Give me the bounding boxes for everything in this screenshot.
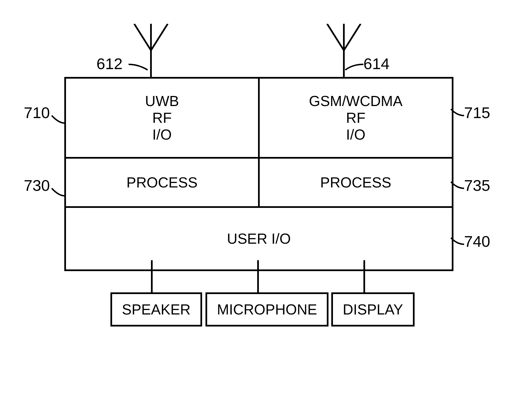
uwb-rf-io-block: UWB RF I/O (66, 79, 260, 157)
gsm-line3: I/O (346, 126, 365, 143)
ref-label-735: 735 (464, 176, 490, 194)
block-diagram: 612 614 UWB RF I/O GSM/WCDMA RF I/O PROC… (0, 0, 532, 418)
svg-line-4 (327, 24, 344, 50)
leader-curve-715 (450, 105, 465, 118)
ref-label-740: 740 (464, 232, 490, 250)
gsm-rf-io-block: GSM/WCDMA RF I/O (260, 79, 452, 157)
uwb-line2: RF (152, 109, 172, 126)
leader-curve-740 (450, 234, 465, 246)
svg-line-1 (134, 24, 151, 50)
row-user-io: USER I/O (66, 208, 452, 269)
display-block: DISPLAY (331, 292, 415, 327)
connector-microphone (257, 260, 259, 292)
ref-label-730: 730 (24, 176, 50, 194)
leader-curve-710 (50, 115, 67, 127)
row-process: PROCESS PROCESS (66, 159, 452, 208)
svg-line-2 (151, 24, 168, 50)
user-io-label: USER I/O (227, 230, 291, 247)
svg-line-5 (344, 24, 361, 50)
process-left-block: PROCESS (66, 159, 260, 206)
main-block: UWB RF I/O GSM/WCDMA RF I/O PROCESS PROC… (64, 77, 453, 271)
microphone-label: MICROPHONE (217, 301, 317, 318)
row-rf-io: UWB RF I/O GSM/WCDMA RF I/O (66, 79, 452, 159)
speaker-block: SPEAKER (110, 292, 202, 327)
leader-curve-612 (129, 60, 151, 74)
process-right-label: PROCESS (320, 174, 391, 191)
user-io-block: USER I/O (66, 208, 452, 269)
connector-display (363, 260, 365, 292)
process-right-block: PROCESS (260, 159, 452, 206)
leader-curve-730 (50, 187, 67, 200)
speaker-label: SPEAKER (122, 301, 191, 318)
uwb-line1: UWB (145, 93, 179, 109)
leader-curve-735 (450, 178, 465, 190)
leader-curve-614 (344, 60, 364, 74)
gsm-line2: RF (346, 109, 365, 126)
ref-label-710: 710 (24, 104, 50, 122)
ref-label-612: 612 (96, 55, 122, 73)
ref-label-715: 715 (464, 104, 490, 122)
microphone-block: MICROPHONE (205, 292, 328, 327)
process-left-label: PROCESS (126, 174, 197, 191)
gsm-line1: GSM/WCDMA (309, 93, 403, 109)
uwb-line3: I/O (152, 126, 172, 143)
connector-speaker (151, 260, 153, 292)
display-label: DISPLAY (343, 301, 403, 318)
ref-label-614: 614 (363, 55, 389, 73)
